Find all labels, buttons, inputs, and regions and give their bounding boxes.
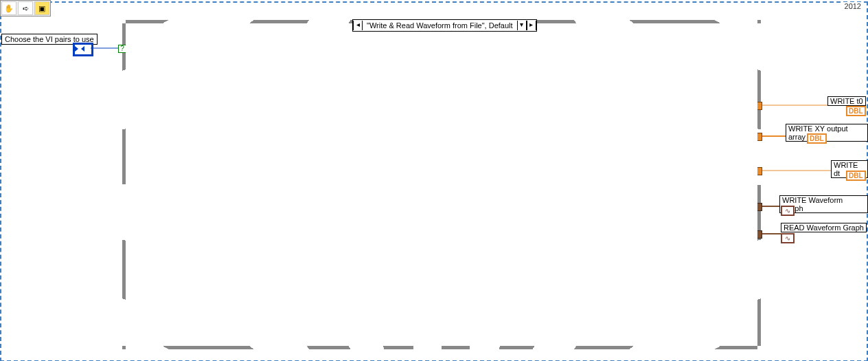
case-structure: ◂ "Write & Read Waveform from File", Def… [122,20,761,349]
case-selector[interactable]: ◂ "Write & Read Waveform from File", Def… [352,19,537,32]
case-prev-icon[interactable]: ◂ [353,21,363,30]
write-wg-terminal[interactable]: ∿ [781,206,795,216]
year-label: 2012 [843,2,863,10]
write-t0-terminal[interactable]: DBL [846,106,866,116]
toolbar: ✋ ➪ ▣ [0,0,51,17]
arrow-tool-button[interactable]: ➪ [18,1,33,15]
write-t0-label: WRITE t0 [827,96,866,106]
case-selector-text: "Write & Read Waveform from File", Defau… [363,21,517,30]
read-wg-terminal[interactable]: ∿ [781,233,795,243]
enum-control[interactable] [73,43,93,56]
write-xy-terminal[interactable]: DBL [807,133,827,144]
hand-tool-button[interactable]: ✋ [1,1,16,15]
write-xy-label: WRITE XY output array [786,124,868,142]
case-dropdown-icon[interactable]: ▾ [517,21,527,30]
read-wg-label: READ Waveform Graph [781,223,867,232]
case-next-icon[interactable]: ▸ [527,21,536,30]
write-dt-terminal[interactable]: DBL [846,171,866,181]
run-button[interactable]: ▣ [34,1,49,15]
